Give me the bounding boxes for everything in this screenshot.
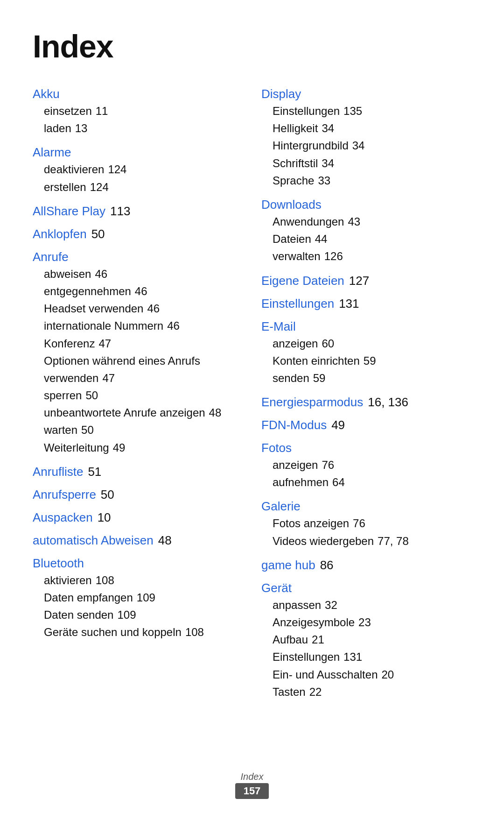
index-sub-item: unbeantwortete Anrufe anzeigen48 xyxy=(44,404,243,421)
index-heading[interactable]: Alarme xyxy=(33,145,243,160)
subitem-page-num: 77, 78 xyxy=(378,535,409,547)
index-sub-item: Anwendungen43 xyxy=(273,213,471,230)
index-section: Anrufeabweisen46entgegennehmen46Headset … xyxy=(33,250,243,456)
subitem-page-num: 46 xyxy=(147,302,160,315)
index-sub-item: Geräte suchen und koppeln108 xyxy=(44,623,243,641)
index-heading[interactable]: Downloads xyxy=(261,198,471,212)
index-section: FDN-Modus49 xyxy=(261,418,471,432)
subitem-page-num: 59 xyxy=(313,372,326,384)
index-sub-item: Einstellungen131 xyxy=(273,648,471,665)
index-sub-item: Konten einrichten59 xyxy=(273,352,471,369)
index-sub-item: Daten empfangen109 xyxy=(44,589,243,606)
subitem-page-num: 109 xyxy=(137,591,155,604)
subitem-page-num: 11 xyxy=(96,105,108,117)
heading-page-num: 86 xyxy=(320,558,334,572)
subitem-page-num: 108 xyxy=(185,626,204,638)
index-sub-item: Helligkeit34 xyxy=(273,120,471,137)
index-heading[interactable]: Auspacken10 xyxy=(33,510,243,525)
index-sub-item: Konferenz47 xyxy=(44,335,243,352)
index-heading[interactable]: Anrufliste51 xyxy=(33,465,243,479)
subitem-page-num: 124 xyxy=(108,163,126,176)
index-heading[interactable]: Anrufsperre50 xyxy=(33,488,243,502)
index-sub-list: abweisen46entgegennehmen46Headset verwen… xyxy=(44,265,243,456)
index-section: DisplayEinstellungen135Helligkeit34Hinte… xyxy=(261,87,471,189)
heading-page-num: 51 xyxy=(88,465,101,479)
index-sub-list: deaktivieren124erstellen124 xyxy=(44,161,243,195)
subitem-page-num: 124 xyxy=(90,181,109,193)
heading-page-num: 50 xyxy=(101,488,114,502)
index-heading[interactable]: Gerät xyxy=(261,581,471,595)
index-section: Alarmedeaktivieren124erstellen124 xyxy=(33,145,243,195)
index-sub-list: anpassen32Anzeigesymbole23Aufbau21Einste… xyxy=(273,596,471,700)
heading-page-num: 48 xyxy=(158,533,172,547)
index-heading[interactable]: FDN-Modus49 xyxy=(261,418,471,432)
index-heading[interactable]: Anrufe xyxy=(33,250,243,264)
index-heading[interactable]: Einstellungen131 xyxy=(261,297,471,311)
index-section: Akkueinsetzen11laden13 xyxy=(33,87,243,137)
subitem-page-num: 20 xyxy=(381,668,394,681)
index-section: Einstellungen131 xyxy=(261,297,471,311)
subitem-page-num: 34 xyxy=(322,122,334,134)
index-heading[interactable]: Anklopfen50 xyxy=(33,227,243,241)
subitem-page-num: 47 xyxy=(98,337,111,350)
right-column: DisplayEinstellungen135Helligkeit34Hinte… xyxy=(257,87,471,709)
subitem-page-num: 21 xyxy=(312,633,324,646)
index-heading[interactable]: game hub86 xyxy=(261,558,471,573)
index-section: Auspacken10 xyxy=(33,510,243,525)
index-heading[interactable]: Galerie xyxy=(261,499,471,514)
heading-page-num: 50 xyxy=(91,227,105,241)
heading-page-num: 127 xyxy=(349,274,369,288)
page-title: Index xyxy=(33,28,471,64)
heading-page-num: 16, 136 xyxy=(368,395,408,409)
index-sub-item: Einstellungen135 xyxy=(273,102,471,120)
subitem-page-num: 59 xyxy=(364,354,376,367)
index-heading[interactable]: Fotos xyxy=(261,441,471,455)
index-heading[interactable]: Akku xyxy=(33,87,243,101)
index-sub-item: Tasten22 xyxy=(273,683,471,700)
index-sub-item: Daten senden109 xyxy=(44,606,243,623)
index-section: game hub86 xyxy=(261,558,471,573)
heading-page-num: 131 xyxy=(339,297,359,311)
index-sub-item: aufnehmen64 xyxy=(273,474,471,491)
subitem-page-num: 50 xyxy=(81,424,94,436)
index-sub-list: Fotos anzeigen76Videos wiedergeben77, 78 xyxy=(273,515,471,549)
subitem-page-num: 43 xyxy=(348,215,360,228)
index-sub-item: Schriftstil34 xyxy=(273,155,471,172)
index-section: automatisch Abweisen48 xyxy=(33,533,243,548)
heading-page-num: 49 xyxy=(331,418,345,432)
subitem-page-num: 126 xyxy=(324,250,343,262)
index-heading[interactable]: Display xyxy=(261,87,471,101)
index-sub-item: Optionen während eines Anrufs verwenden4… xyxy=(44,352,243,387)
subitem-page-num: 23 xyxy=(358,616,371,629)
index-heading[interactable]: automatisch Abweisen48 xyxy=(33,533,243,548)
index-sub-item: Anzeigesymbole23 xyxy=(273,614,471,631)
index-sub-list: anzeigen60Konten einrichten59senden59 xyxy=(273,335,471,387)
index-sub-item: anzeigen60 xyxy=(273,335,471,352)
index-sub-item: abweisen46 xyxy=(44,265,243,283)
index-sub-item: Hintergrundbild34 xyxy=(273,137,471,154)
index-sub-item: einsetzen11 xyxy=(44,102,243,120)
subitem-page-num: 49 xyxy=(113,441,126,454)
index-section: DownloadsAnwendungen43Dateien44verwalten… xyxy=(261,198,471,265)
index-heading[interactable]: Eigene Dateien127 xyxy=(261,274,471,288)
index-heading[interactable]: E-Mail xyxy=(261,319,471,334)
index-sub-item: sperren50 xyxy=(44,387,243,404)
index-sub-list: Einstellungen135Helligkeit34Hintergrundb… xyxy=(273,102,471,189)
index-section: Energiesparmodus16, 136 xyxy=(261,395,471,410)
index-section: Eigene Dateien127 xyxy=(261,274,471,288)
subitem-page-num: 131 xyxy=(343,650,362,663)
index-sub-item: internationale Nummern46 xyxy=(44,317,243,334)
subitem-page-num: 64 xyxy=(332,476,345,488)
heading-page-num: 10 xyxy=(98,510,111,524)
index-sub-item: deaktivieren124 xyxy=(44,161,243,178)
footer-label: Index xyxy=(0,771,504,782)
index-sub-item: entgegennehmen46 xyxy=(44,283,243,300)
index-section: Anrufliste51 xyxy=(33,465,243,479)
index-heading[interactable]: Bluetooth xyxy=(33,556,243,571)
index-sub-item: warten50 xyxy=(44,421,243,438)
subitem-page-num: 46 xyxy=(95,268,107,280)
index-heading[interactable]: AllShare Play113 xyxy=(33,204,243,219)
index-columns: Akkueinsetzen11laden13Alarmedeaktivieren… xyxy=(33,87,471,709)
index-heading[interactable]: Energiesparmodus16, 136 xyxy=(261,395,471,410)
index-section: E-Mailanzeigen60Konten einrichten59sende… xyxy=(261,319,471,387)
